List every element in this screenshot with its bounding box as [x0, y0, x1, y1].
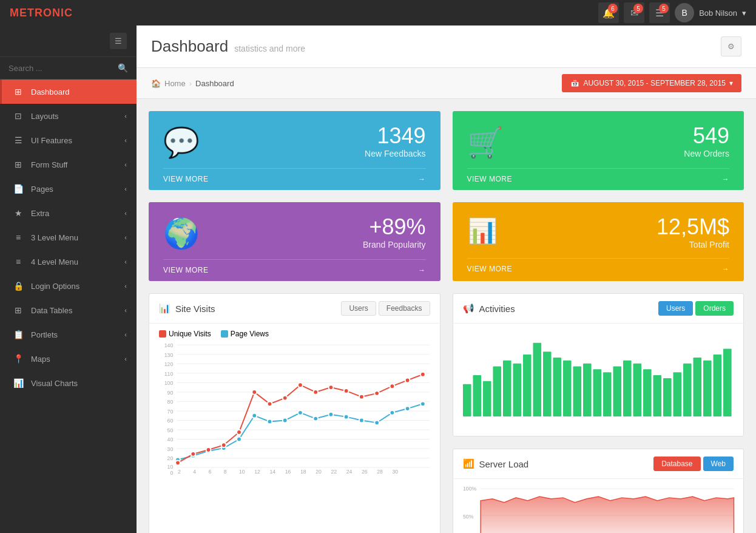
server-load-card: 📶 Server Load Database Web 100%: [453, 449, 744, 533]
breadcrumb-separator: ›: [189, 79, 192, 88]
tasks-badge: 5: [659, 4, 669, 13]
nav-label: 3 Level Menu: [31, 233, 124, 242]
svg-text:40: 40: [167, 436, 174, 443]
stat-card-orders: 🛒 549 New Orders VIEW MORE →: [453, 111, 744, 190]
svg-point-58: [390, 410, 394, 415]
svg-point-49: [252, 413, 257, 418]
svg-text:18: 18: [300, 469, 306, 475]
svg-text:130: 130: [164, 352, 174, 358]
orders-view-more[interactable]: VIEW MORE →: [467, 168, 730, 189]
notification-bell[interactable]: 🔔 6: [598, 2, 619, 23]
svg-point-52: [298, 410, 303, 415]
svg-rect-84: [523, 355, 532, 416]
svg-point-57: [374, 420, 379, 425]
svg-point-53: [313, 416, 318, 421]
server-load-actions: Database Web: [653, 457, 734, 471]
nav-arrow-icon: ‹: [124, 282, 127, 290]
svg-rect-94: [623, 361, 632, 416]
svg-text:30: 30: [392, 469, 398, 475]
profit-label: Total Profit: [656, 240, 729, 250]
sidebar-item-login-options[interactable]: 🔒 Login Options ‹: [0, 274, 137, 298]
nav-icon: ⊡: [12, 111, 25, 121]
popularity-view-more[interactable]: VIEW MORE →: [163, 259, 426, 280]
breadcrumb-home-link[interactable]: Home: [164, 79, 186, 88]
sidebar-item-form-stuff[interactable]: ⊞ Form Stuff ‹: [0, 152, 137, 177]
logo-suffix: NIC: [52, 7, 73, 19]
activities-body: [453, 324, 744, 436]
svg-rect-98: [663, 378, 672, 416]
popularity-footer-icon: →: [418, 266, 426, 274]
svg-point-70: [313, 390, 318, 395]
svg-text:100%: 100%: [463, 486, 477, 492]
sidebar-item-dashboard[interactable]: ⊞ Dashboard: [0, 80, 137, 104]
sidebar-item-3-level-menu[interactable]: ≡ 3 Level Menu ‹: [0, 225, 137, 250]
user-menu[interactable]: B Bob Nilson ▾: [675, 3, 746, 22]
svg-point-76: [405, 378, 410, 383]
sidebar: ☰ 🔍 ⊞ Dashboard ⊡ Layouts ‹ ☰ UI Feature…: [0, 25, 137, 533]
svg-point-51: [283, 418, 288, 423]
server-load-title: 📶 Server Load: [463, 458, 529, 469]
popularity-footer-label: VIEW MORE: [163, 266, 209, 274]
sidebar-item-extra[interactable]: ★ Extra ‹: [0, 201, 137, 225]
svg-text:12: 12: [254, 469, 260, 475]
svg-text:110: 110: [164, 371, 174, 377]
sidebar-item-4-level-menu[interactable]: ≡ 4 Level Menu ‹: [0, 250, 137, 274]
site-visits-header: 📊 Site Visits Users Feedbacks: [149, 294, 440, 324]
activities-card: 📢 Activities Users Orders: [453, 293, 744, 436]
site-visits-feedbacks-btn[interactable]: Feedbacks: [379, 301, 430, 316]
site-visits-body: Unique Visits Page Views: [149, 324, 440, 489]
notification-tasks[interactable]: ☰ 5: [649, 2, 670, 23]
svg-rect-86: [543, 351, 552, 416]
profit-view-more[interactable]: VIEW MORE →: [467, 258, 730, 279]
sidebar-item-pages[interactable]: 📄 Pages ‹: [0, 177, 137, 201]
activities-orders-btn[interactable]: Orders: [695, 301, 734, 316]
activities-svg: [463, 330, 734, 424]
page-title: Dashboard: [151, 37, 228, 56]
sidebar-item-maps[interactable]: 📍 Maps ‹: [0, 347, 137, 371]
sidebar-item-data-tables[interactable]: ⊞ Data Tables ‹: [0, 298, 137, 322]
server-load-database-btn[interactable]: Database: [653, 457, 700, 471]
svg-point-71: [329, 385, 334, 390]
nav-menu: ⊞ Dashboard ⊡ Layouts ‹ ☰ UI Features ‹ …: [0, 80, 137, 395]
svg-rect-103: [713, 355, 721, 416]
svg-text:14: 14: [269, 469, 275, 475]
svg-rect-78: [463, 384, 471, 416]
svg-rect-88: [563, 361, 572, 416]
site-visits-users-btn[interactable]: Users: [341, 301, 376, 316]
popularity-number: +89%: [363, 214, 426, 240]
page-subtitle: statistics and more: [234, 44, 305, 53]
date-range-chevron: ▾: [729, 79, 733, 87]
nav-icon: ★: [12, 208, 25, 218]
activities-users-btn[interactable]: Users: [658, 301, 693, 316]
settings-button[interactable]: ⚙: [721, 36, 741, 56]
topnav-right: 🔔 6 ✉ 5 ☰ 5 B Bob Nilson ▾: [598, 2, 746, 23]
profit-number: 12,5M$: [656, 214, 729, 240]
page-views-legend: Page Views: [221, 330, 269, 338]
feedbacks-view-more[interactable]: VIEW MORE →: [163, 168, 426, 189]
breadcrumb-bar: 🏠 Home › Dashboard 📅 AUGUST 30, 2015 - S…: [137, 68, 756, 99]
date-range-button[interactable]: 📅 AUGUST 30, 2015 - SEPTEMBER 28, 2015 ▾: [562, 74, 741, 92]
svg-rect-85: [533, 343, 541, 416]
popularity-label: Brand Popularity: [363, 240, 426, 250]
nav-icon: ⊞: [12, 87, 25, 97]
hamburger-button[interactable]: ☰: [110, 33, 127, 49]
svg-point-75: [390, 384, 394, 389]
page-title-group: Dashboard statistics and more: [151, 37, 305, 56]
notification-mail[interactable]: ✉ 5: [624, 2, 644, 23]
sidebar-item-visual-charts[interactable]: 📊 Visual Charts: [0, 371, 137, 395]
stat-card-popularity: 🌍 +89% Brand Popularity VIEW MORE →: [149, 202, 440, 281]
sidebar-item-portlets[interactable]: 📋 Portlets ‹: [0, 322, 137, 347]
breadcrumb-current: Dashboard: [195, 79, 234, 88]
sidebar-item-ui-features[interactable]: ☰ UI Features ‹: [0, 128, 137, 152]
feedbacks-label: New Feedbacks: [365, 149, 425, 158]
server-load-web-btn[interactable]: Web: [703, 457, 734, 471]
popularity-icon: 🌍: [163, 217, 200, 251]
mail-badge: 5: [633, 4, 643, 13]
svg-rect-97: [653, 375, 661, 416]
svg-text:16: 16: [285, 469, 291, 475]
sidebar-item-layouts[interactable]: ⊡ Layouts ‹: [0, 104, 137, 128]
breadcrumb-home-icon: 🏠: [151, 79, 161, 88]
nav-icon: 📍: [12, 354, 25, 364]
svg-rect-83: [513, 364, 521, 416]
search-input[interactable]: [8, 64, 113, 73]
